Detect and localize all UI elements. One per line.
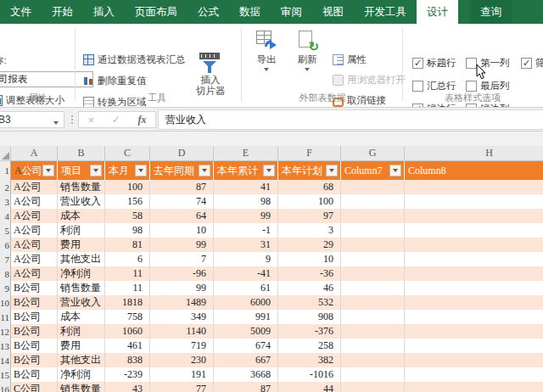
row-number[interactable]: 3 xyxy=(0,194,11,209)
insert-function-icon[interactable]: fx xyxy=(138,114,147,126)
cell-empty[interactable] xyxy=(341,295,405,310)
cell-empty[interactable] xyxy=(341,209,405,223)
cell-empty[interactable] xyxy=(341,180,405,194)
cell-value[interactable]: 29 xyxy=(278,238,341,252)
cell-empty[interactable] xyxy=(405,382,543,392)
row-number[interactable]: 11 xyxy=(0,310,11,324)
cell-item[interactable]: 利润 xyxy=(58,324,105,339)
cell-company[interactable]: A公司 xyxy=(11,252,58,266)
cell-empty[interactable] xyxy=(405,281,543,295)
cell-empty[interactable] xyxy=(341,339,405,353)
cell-value[interactable]: 43 xyxy=(105,382,150,392)
tools-button-1[interactable]: 删除重复值 xyxy=(81,72,148,89)
formula-input[interactable]: 营业收入 xyxy=(158,109,543,130)
row-number[interactable]: 14 xyxy=(0,353,11,367)
cell-value[interactable]: 349 xyxy=(150,310,214,324)
cell-empty[interactable] xyxy=(341,238,405,252)
cell-value[interactable]: 81 xyxy=(105,238,150,252)
cell-company[interactable]: B公司 xyxy=(11,310,58,324)
formula-bar-resize-handle[interactable] xyxy=(71,115,73,117)
cell-company[interactable]: A公司 xyxy=(11,194,58,209)
cell-value[interactable]: 191 xyxy=(150,367,214,382)
cell-value[interactable]: 156 xyxy=(105,194,150,209)
filter-button[interactable] xyxy=(90,165,102,176)
cell-empty[interactable] xyxy=(405,353,543,367)
tab-页面布局[interactable]: 页面布局 xyxy=(125,0,188,24)
unchecked-checkbox-icon[interactable] xyxy=(412,81,423,92)
select-all-corner[interactable] xyxy=(0,146,11,160)
row-number[interactable]: 4 xyxy=(0,209,11,223)
cell-value[interactable]: 98 xyxy=(105,223,150,238)
cell-value[interactable]: 87 xyxy=(214,382,278,392)
cell-empty[interactable] xyxy=(405,295,543,310)
row-number[interactable]: 6 xyxy=(0,238,11,252)
cell-value[interactable]: 10 xyxy=(278,252,341,266)
cell-value[interactable]: 719 xyxy=(150,339,214,353)
cell-value[interactable]: 87 xyxy=(150,180,214,194)
cell-value[interactable]: 3668 xyxy=(214,367,278,382)
cell-company[interactable]: A公司 xyxy=(11,180,58,194)
cell-empty[interactable] xyxy=(405,367,543,382)
column-header-H[interactable]: H xyxy=(405,146,543,160)
cell-value[interactable]: 41 xyxy=(214,180,278,194)
cell-value[interactable]: 98 xyxy=(214,194,278,209)
cell-company[interactable]: B公司 xyxy=(11,295,58,310)
cell-company[interactable]: A公司 xyxy=(11,223,58,238)
cell-value[interactable]: 1818 xyxy=(105,295,150,310)
tab-开发工具[interactable]: 开发工具 xyxy=(354,0,417,24)
export-button[interactable]: 导出 xyxy=(248,31,285,71)
cell-company[interactable]: B公司 xyxy=(11,353,58,367)
row-number[interactable]: 9 xyxy=(0,281,11,295)
cell-value[interactable]: 230 xyxy=(150,353,214,367)
tab-设计[interactable]: 设计 xyxy=(417,0,458,24)
row-number[interactable]: 15 xyxy=(0,367,11,382)
cell-company[interactable]: A公司 xyxy=(11,209,58,223)
cell-value[interactable]: -1 xyxy=(214,223,278,238)
cell-company[interactable]: B公司 xyxy=(11,324,58,339)
row-number[interactable]: 2 xyxy=(0,180,11,194)
cell-value[interactable]: 99 xyxy=(150,238,214,252)
tab-开始[interactable]: 开始 xyxy=(42,0,83,24)
row-number[interactable]: 5 xyxy=(0,223,11,238)
cell-value[interactable]: 11 xyxy=(105,266,150,281)
checkbox-筛选按钮[interactable]: ✓筛选按钮 xyxy=(521,55,543,70)
cell-empty[interactable] xyxy=(341,223,405,238)
cell-item[interactable]: 其他支出 xyxy=(58,252,105,266)
filter-button[interactable] xyxy=(263,165,275,176)
cell-value[interactable]: -376 xyxy=(278,324,341,339)
cell-value[interactable]: 61 xyxy=(214,281,278,295)
filter-button[interactable] xyxy=(135,165,147,176)
cell-empty[interactable] xyxy=(341,382,405,392)
column-header-E[interactable]: E xyxy=(214,146,278,160)
row-number[interactable]: 1 xyxy=(0,161,11,180)
row-number[interactable]: 12 xyxy=(0,324,11,339)
name-box-dropdown-arrow[interactable] xyxy=(53,121,59,125)
cell-company[interactable]: B公司 xyxy=(11,367,58,382)
external-properties-button[interactable]: 属性 xyxy=(331,51,368,68)
cell-item[interactable]: 销售数量 xyxy=(58,382,105,392)
cell-value[interactable]: 3 xyxy=(278,223,341,238)
table-header-cell[interactable]: 去年同期 xyxy=(150,161,214,180)
cell-item[interactable]: 利润 xyxy=(58,223,105,238)
cancel-icon[interactable]: × xyxy=(87,114,94,126)
cell-empty[interactable] xyxy=(341,353,405,367)
filter-button[interactable] xyxy=(326,165,338,176)
cell-value[interactable]: 99 xyxy=(214,209,278,223)
cell-company[interactable]: A公司 xyxy=(11,238,58,252)
filter-button[interactable] xyxy=(389,165,401,176)
cell-value[interactable]: 991 xyxy=(214,310,278,324)
row-number[interactable]: 7 xyxy=(0,252,11,266)
table-header-cell[interactable]: Column7 xyxy=(341,161,405,180)
column-header-D[interactable]: D xyxy=(150,146,214,160)
cell-value[interactable]: 58 xyxy=(105,209,150,223)
cell-empty[interactable] xyxy=(341,367,405,382)
tab-查询[interactable]: 查询 xyxy=(470,0,512,24)
cell-item[interactable]: 销售数量 xyxy=(58,281,105,295)
cell-item[interactable]: 净利润 xyxy=(58,266,105,281)
cell-empty[interactable] xyxy=(405,266,543,281)
cell-empty[interactable] xyxy=(405,223,543,238)
cell-item[interactable]: 成本 xyxy=(58,310,105,324)
table-header-cell[interactable]: 本年计划 xyxy=(278,161,341,180)
cell-value[interactable]: 382 xyxy=(278,353,341,367)
row-number[interactable]: 16 xyxy=(0,382,11,392)
